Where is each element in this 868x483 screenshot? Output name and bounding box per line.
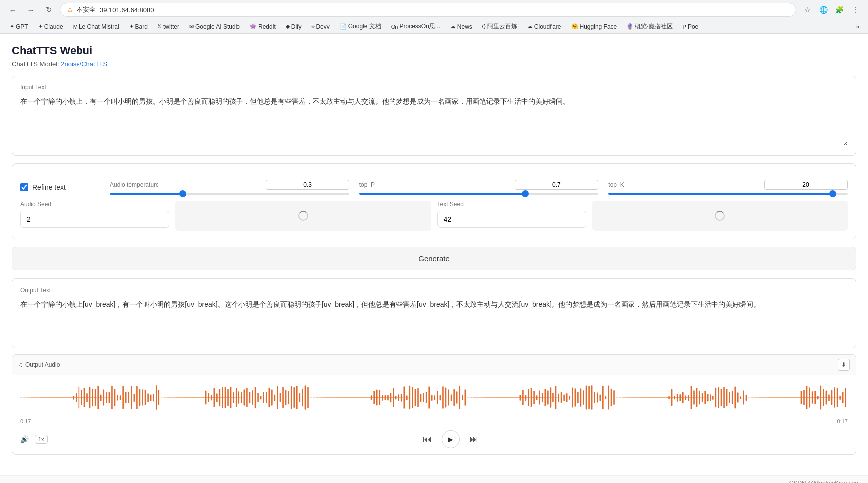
svg-rect-138 xyxy=(401,394,402,402)
bookmark-mistral[interactable]: MLe Chat Mistral xyxy=(69,22,123,32)
svg-rect-260 xyxy=(737,392,739,402)
svg-rect-100 xyxy=(296,386,298,409)
svg-rect-147 xyxy=(426,392,427,403)
fastforward-button[interactable]: ⏭ xyxy=(468,432,480,447)
svg-rect-245 xyxy=(696,388,698,407)
extensions-button[interactable]: 🧩 xyxy=(832,3,846,17)
svg-rect-286 xyxy=(809,388,810,408)
svg-rect-248 xyxy=(704,391,706,404)
bookmark-button[interactable]: ☆ xyxy=(800,3,814,17)
play-button[interactable]: ▶ xyxy=(442,430,460,448)
svg-rect-241 xyxy=(685,396,687,400)
time-row: 0:17 0:17 xyxy=(12,416,856,426)
svg-rect-75 xyxy=(227,389,229,406)
top-k-value[interactable] xyxy=(764,180,848,190)
model-link[interactable]: 2noise/ChatTTS xyxy=(61,60,107,68)
svg-rect-36 xyxy=(120,395,121,400)
bookmark-news[interactable]: ☁News xyxy=(446,22,476,32)
svg-rect-46 xyxy=(147,393,149,402)
audio-temp-slider[interactable] xyxy=(110,193,349,195)
speed-badge[interactable]: 1x xyxy=(35,435,48,444)
bookmark-more[interactable]: » xyxy=(853,22,862,32)
svg-rect-261 xyxy=(740,396,742,399)
svg-rect-44 xyxy=(142,389,143,405)
bookmark-cloudflare[interactable]: ☁Cloudflare xyxy=(523,22,565,32)
svg-rect-91 xyxy=(271,389,273,405)
bookmark-modao[interactable]: 🔮概览·魔搭社区 xyxy=(623,21,676,32)
svg-rect-82 xyxy=(246,388,248,407)
svg-rect-97 xyxy=(288,391,289,404)
rewind-button[interactable]: ⏮ xyxy=(421,432,434,447)
bookmark-aliyun[interactable]: ⟨⟩阿里云百炼 xyxy=(478,21,521,32)
menu-button[interactable]: ⋮ xyxy=(848,3,862,17)
bookmark-processon[interactable]: OnProcessOn思... xyxy=(387,21,444,32)
svg-rect-295 xyxy=(834,387,835,408)
svg-rect-182 xyxy=(522,390,524,405)
bookmark-reddit[interactable]: 👾Reddit xyxy=(246,22,280,32)
svg-rect-263 xyxy=(746,395,747,401)
top-p-value[interactable] xyxy=(515,180,598,190)
svg-rect-127 xyxy=(371,395,372,400)
svg-rect-47 xyxy=(150,394,152,401)
volume-icon[interactable]: 🔊 xyxy=(20,435,29,443)
output-textarea[interactable] xyxy=(20,299,848,338)
svg-rect-253 xyxy=(718,387,719,408)
top-p-group: top_P xyxy=(359,180,599,195)
output-panel-label: Output Text xyxy=(20,287,848,294)
address-bar[interactable]: ⚠ 不安全 39.101.64.64:8080 xyxy=(60,3,796,17)
bookmark-bard[interactable]: ✦Bard xyxy=(125,22,152,32)
top-k-label: top_K xyxy=(608,181,624,188)
bookmark-poe[interactable]: PPoe xyxy=(679,22,703,32)
svg-rect-71 xyxy=(216,393,218,402)
svg-rect-213 xyxy=(608,385,609,409)
svg-rect-136 xyxy=(395,396,397,399)
svg-rect-283 xyxy=(801,391,802,404)
bookmark-devv[interactable]: ⟡Devv xyxy=(307,22,333,32)
top-k-slider[interactable] xyxy=(608,193,848,195)
svg-rect-187 xyxy=(536,395,538,400)
text-seed-input[interactable] xyxy=(437,211,586,228)
svg-rect-284 xyxy=(803,390,805,405)
reload-button[interactable]: ↻ xyxy=(42,3,56,17)
bookmark-huggingface[interactable]: 🤗Hugging Face xyxy=(567,22,621,32)
svg-rect-194 xyxy=(555,386,557,409)
refine-group: Refine text xyxy=(20,183,100,191)
output-panel: Output Text xyxy=(12,278,856,348)
forward-button[interactable]: → xyxy=(24,3,38,17)
svg-rect-102 xyxy=(302,389,303,406)
svg-rect-104 xyxy=(307,387,309,408)
svg-rect-19 xyxy=(73,396,74,399)
svg-rect-34 xyxy=(114,389,116,406)
svg-rect-214 xyxy=(611,389,612,406)
bookmark-googleai[interactable]: ✉Google AI Studio xyxy=(185,22,244,32)
svg-rect-160 xyxy=(462,395,463,400)
svg-rect-128 xyxy=(373,391,375,404)
refine-checkbox[interactable] xyxy=(20,183,28,191)
bookmark-dify[interactable]: ◆Dify xyxy=(282,22,306,32)
back-button[interactable]: ← xyxy=(6,3,20,17)
svg-rect-141 xyxy=(409,386,411,409)
generate-button[interactable]: Generate xyxy=(12,247,856,270)
seed-row: Audio Seed Text Seed xyxy=(20,201,848,231)
bookmark-gpt[interactable]: ✦GPT xyxy=(6,22,32,32)
svg-rect-181 xyxy=(520,395,521,400)
audio-seed-input[interactable] xyxy=(20,211,169,228)
audio-title-text: Output Audio xyxy=(25,361,60,368)
input-textarea[interactable] xyxy=(20,96,848,146)
bookmark-claude[interactable]: ✦Claude xyxy=(34,22,67,32)
translate-button[interactable]: 🌐 xyxy=(816,3,830,17)
bookmarks-bar: ✦GPT ✦Claude MLe Chat Mistral ✦Bard 𝕏twi… xyxy=(0,20,868,34)
bookmark-twitter[interactable]: 𝕏twitter xyxy=(154,22,183,32)
download-button[interactable]: ⬇ xyxy=(838,359,850,371)
player-controls: 🔊 1x ⏮ ▶ ⏭ xyxy=(12,426,856,454)
refine-label: Refine text xyxy=(32,183,66,191)
svg-rect-243 xyxy=(691,386,692,409)
svg-rect-30 xyxy=(103,389,105,405)
top-p-slider[interactable] xyxy=(359,193,599,195)
audio-temp-value[interactable] xyxy=(266,180,349,190)
audio-header: ♫ Output Audio ⬇ xyxy=(12,355,856,375)
svg-rect-129 xyxy=(376,390,378,406)
svg-rect-155 xyxy=(448,390,449,406)
svg-rect-48 xyxy=(153,394,154,401)
bookmark-googledoc[interactable]: 📄Google 文档 xyxy=(336,21,385,32)
